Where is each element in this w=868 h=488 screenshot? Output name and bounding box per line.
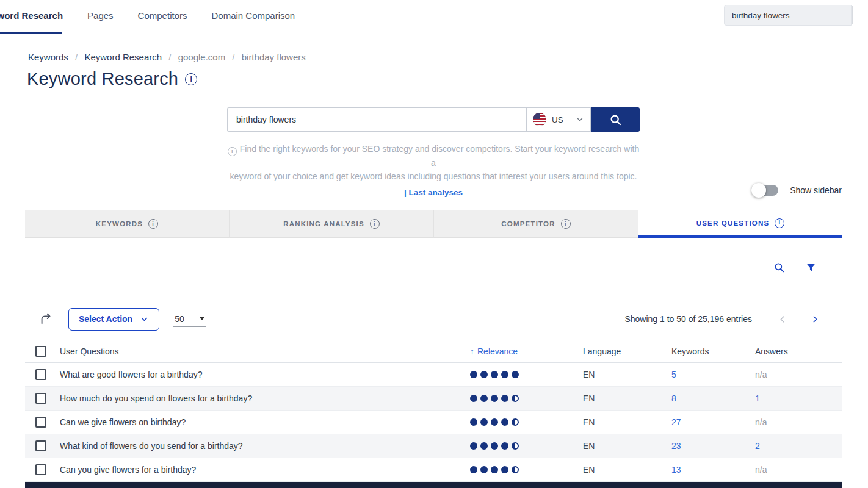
row-checkbox[interactable]: [35, 440, 46, 451]
keywords-count-link[interactable]: 8: [671, 393, 676, 403]
page-size-value: 50: [175, 314, 184, 324]
relevance-dots: [470, 466, 519, 473]
row-checkbox[interactable]: [35, 369, 46, 380]
sidebar-toggle-row: Show sidebar: [751, 185, 842, 196]
relevance-dot: [501, 395, 508, 402]
select-action-button[interactable]: Select Action: [68, 308, 159, 331]
info-icon[interactable]: [370, 219, 380, 229]
page-size-select[interactable]: 50: [173, 311, 206, 327]
row-checkbox[interactable]: [35, 417, 46, 428]
relevance-dot: [501, 466, 508, 473]
table-row: Can we give flowers on birthday? EN 27 n…: [25, 411, 842, 434]
info-icon[interactable]: [775, 218, 784, 228]
relevance-dot: [491, 466, 498, 473]
nav-item-pages[interactable]: Pages: [87, 10, 114, 21]
helper-line-1: Find the right keywords for your SEO str…: [240, 144, 639, 168]
bottom-bar: [25, 482, 842, 488]
answers-value: n/a: [755, 465, 842, 475]
relevance-dot: [480, 418, 488, 426]
relevance-dots: [470, 442, 519, 450]
table-search-icon[interactable]: [773, 262, 785, 273]
page-title-text: Keyword Research: [27, 69, 178, 89]
table-header: User Questions ↑ Relevance Language Keyw…: [25, 340, 842, 363]
export-icon[interactable]: [39, 312, 52, 326]
chevron-left-icon[interactable]: [777, 314, 787, 325]
relevance-dot: [512, 418, 519, 426]
results-panel: KEYWORDS RANKING ANALYSIS COMPETITOR USE…: [25, 210, 842, 488]
keyword-search-bar: US: [227, 107, 640, 132]
topnav-search-input[interactable]: [724, 5, 852, 26]
tab-ranking-analysis[interactable]: RANKING ANALYSIS: [229, 210, 433, 238]
relevance-dot: [480, 371, 488, 378]
nav-item-keyword-research[interactable]: Keyword Research: [0, 10, 63, 21]
last-analyses-link[interactable]: | Last analyses: [227, 188, 640, 197]
breadcrumb-keyword-research[interactable]: Keyword Research: [84, 52, 162, 62]
info-icon[interactable]: [148, 219, 158, 229]
col-language[interactable]: Language: [583, 346, 671, 356]
col-keywords[interactable]: Keywords: [671, 346, 755, 356]
relevance-dot: [512, 395, 519, 402]
col-answers[interactable]: Answers: [755, 346, 842, 356]
keyword-input[interactable]: [227, 107, 526, 132]
keywords-count-link[interactable]: 23: [671, 441, 681, 451]
table-row: What kind of flowers do you send for a b…: [25, 434, 842, 458]
col-user-questions[interactable]: User Questions: [50, 346, 470, 356]
us-flag-icon: [533, 113, 546, 126]
question-text: Can we give flowers on birthday?: [50, 417, 470, 427]
relevance-dot: [491, 442, 498, 450]
relevance-dot: [470, 466, 477, 473]
chevron-right-icon[interactable]: [810, 314, 820, 325]
tab-competitor[interactable]: COMPETITOR: [433, 210, 638, 238]
tab-user-questions-label: USER QUESTIONS: [696, 220, 770, 227]
chevron-down-icon: [140, 315, 149, 324]
relevance-dot: [512, 442, 519, 450]
language-value: EN: [583, 393, 671, 403]
question-text: What kind of flowers do you send for a b…: [50, 441, 470, 451]
search-button[interactable]: [591, 107, 640, 132]
filter-icon[interactable]: [806, 262, 816, 273]
country-selector[interactable]: US: [526, 107, 591, 132]
row-checkbox[interactable]: [35, 393, 46, 404]
relevance-dots: [470, 371, 519, 378]
nav-item-domain-comparison[interactable]: Domain Comparison: [211, 10, 295, 21]
relevance-dot: [480, 395, 488, 402]
row-checkbox[interactable]: [35, 464, 46, 475]
breadcrumb-separator: /: [75, 52, 78, 62]
col-relevance[interactable]: ↑ Relevance: [470, 346, 583, 356]
show-sidebar-toggle[interactable]: [751, 185, 778, 196]
keywords-count-link[interactable]: 5: [671, 370, 676, 379]
breadcrumb-domain[interactable]: google.com: [178, 52, 226, 62]
select-all-checkbox[interactable]: [35, 346, 46, 357]
relevance-dot: [470, 418, 477, 426]
select-action-label: Select Action: [79, 314, 132, 324]
question-text: What are good flowers for a birthday?: [50, 370, 470, 379]
question-text: Can you give flowers for a birthday?: [50, 465, 470, 475]
info-icon[interactable]: [561, 219, 571, 229]
answers-value[interactable]: 1: [755, 393, 842, 403]
table-row: How much do you spend on flowers for a b…: [25, 387, 842, 411]
language-value: EN: [583, 370, 671, 379]
breadcrumb-keyword[interactable]: birthday flowers: [242, 52, 306, 62]
relevance-dots: [470, 395, 519, 402]
tab-keywords[interactable]: KEYWORDS: [25, 210, 229, 238]
table-row: Can you give flowers for a birthday? EN …: [25, 458, 842, 482]
breadcrumb-separator: /: [232, 52, 234, 62]
top-navigation: Keyword Research Pages Competitors Domai…: [0, 0, 868, 35]
keywords-count-link[interactable]: 27: [671, 417, 681, 427]
country-code: US: [552, 115, 563, 124]
keywords-count-link[interactable]: 13: [671, 465, 681, 475]
divider: [852, 6, 853, 24]
search-icon: [609, 113, 622, 126]
show-sidebar-label: Show sidebar: [790, 185, 842, 195]
user-questions-table: User Questions ↑ Relevance Language Keyw…: [25, 340, 842, 482]
info-icon[interactable]: [185, 73, 197, 85]
tab-user-questions[interactable]: USER QUESTIONS: [638, 210, 842, 238]
answers-value[interactable]: 2: [755, 441, 842, 451]
question-text: How much do you spend on flowers for a b…: [50, 393, 470, 403]
relevance-dot: [470, 395, 477, 402]
nav-item-competitors[interactable]: Competitors: [138, 10, 187, 21]
relevance-dot: [470, 442, 477, 450]
relevance-dots: [470, 418, 519, 426]
breadcrumb-keywords[interactable]: Keywords: [28, 52, 68, 62]
showing-entries-text: Showing 1 to 50 of 25,196 entries: [624, 314, 752, 324]
